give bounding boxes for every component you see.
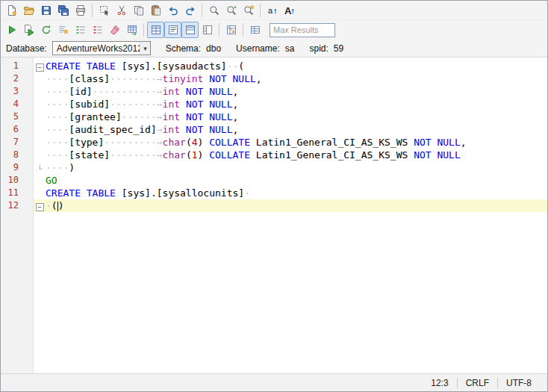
line-number[interactable]: 7 — [1, 136, 33, 149]
code-line[interactable]: ····[id]···········→int NOT NULL, — [34, 85, 547, 98]
cut-icon — [116, 4, 128, 16]
font-size-decrease-button[interactable]: a — [264, 2, 281, 19]
execute-icon — [6, 24, 18, 36]
undo-button[interactable] — [164, 2, 181, 19]
copy-button[interactable] — [130, 2, 147, 19]
code-line[interactable]: GO — [34, 174, 547, 187]
format-sql-button[interactable] — [55, 22, 72, 38]
find-next-icon — [225, 4, 237, 16]
line-number[interactable]: 6 — [1, 123, 33, 136]
fold-marker-icon[interactable]: └ — [34, 162, 46, 175]
code-line[interactable]: −·() — [34, 199, 547, 212]
copy-icon — [133, 4, 145, 16]
toolbar-separator — [202, 4, 202, 17]
table-icon — [249, 24, 261, 36]
execute-script-icon — [23, 24, 35, 36]
split-view-icon — [184, 24, 196, 36]
encoding-indicator[interactable]: UTF-8 — [498, 378, 540, 388]
toolbar-separator — [243, 23, 243, 37]
transpose-button[interactable] — [222, 22, 240, 38]
main-toolbar: a A — [1, 1, 547, 20]
export-table-icon — [126, 24, 138, 36]
fold-marker-icon[interactable]: − — [34, 200, 46, 213]
app-window: a A — [0, 0, 548, 392]
code-line[interactable]: −CREATE TABLE [sys].[sysaudacts]··( — [34, 60, 547, 72]
line-number[interactable]: 10 — [1, 174, 33, 187]
save-button[interactable] — [37, 2, 55, 19]
connection-bar: Database: AdventureWorks2012 ▾ Schema: d… — [1, 40, 547, 57]
replace-button[interactable] — [240, 2, 257, 19]
database-selected-value: AdventureWorks2012 — [57, 43, 140, 54]
chevron-down-icon: ▾ — [140, 42, 150, 55]
save-all-button[interactable] — [55, 2, 72, 19]
toolbar-separator — [219, 23, 219, 37]
toolbar-separator — [260, 4, 261, 17]
print-button[interactable] — [72, 2, 89, 19]
line-number[interactable]: 2 — [1, 72, 33, 85]
toolbar-separator — [92, 4, 93, 17]
line-number[interactable]: 1 — [1, 60, 33, 72]
clear-editor-button[interactable] — [106, 22, 123, 38]
execute-toolbar — [1, 20, 547, 40]
max-results-input[interactable] — [270, 23, 335, 37]
line-number[interactable]: 9 — [1, 161, 33, 174]
open-file-button[interactable] — [20, 2, 37, 19]
refresh-button[interactable] — [37, 22, 55, 38]
new-file-button[interactable] — [3, 2, 20, 19]
code-line[interactable]: ····[audit_spec_id]→int NOT NULL, — [34, 123, 547, 136]
line-number[interactable]: 4 — [1, 98, 33, 111]
line-ending-indicator[interactable]: CRLF — [458, 378, 497, 388]
code-area[interactable]: −CREATE TABLE [sys].[sysaudacts]··(····[… — [34, 57, 547, 373]
cut-button[interactable] — [113, 2, 130, 19]
code-line[interactable]: ····[type]·········→char(4) COLLATE Lati… — [34, 136, 547, 149]
code-line[interactable]: ····[grantee]······→int NOT NULL, — [34, 111, 547, 123]
results-grid-toggle[interactable] — [147, 22, 164, 38]
results-split-toggle[interactable] — [181, 22, 199, 38]
code-line[interactable]: ····[state]········→char(1) COLLATE Lati… — [34, 149, 547, 161]
spid-label: spid: — [309, 43, 328, 54]
results-form-toggle[interactable] — [199, 22, 216, 38]
find-button[interactable] — [205, 2, 222, 19]
cursor-position[interactable]: 12:3 — [423, 378, 456, 388]
code-line[interactable]: ····[subid]········→int NOT NULL, — [34, 98, 547, 111]
code-line[interactable]: CREATE TABLE [sys].[sysallocunits]· — [34, 187, 547, 199]
export-results-button[interactable] — [123, 22, 140, 38]
row-limit-button[interactable] — [246, 22, 264, 38]
svg-text:a: a — [268, 6, 273, 15]
status-bar: 12:3 CRLF UTF-8 — [1, 373, 547, 391]
redo-button[interactable] — [181, 2, 199, 19]
save-icon — [40, 4, 52, 16]
results-text-icon — [167, 24, 179, 36]
code-line[interactable]: ····[class]········→tinyint NOT NULL, — [34, 72, 547, 85]
code-line[interactable]: └····) — [34, 161, 547, 174]
schema-label: Schema: — [166, 43, 201, 54]
find-icon — [208, 4, 220, 16]
username-value: sa — [285, 43, 295, 54]
code-editor[interactable]: 123456789101112 −CREATE TABLE [sys].[sys… — [1, 57, 547, 373]
select-button[interactable] — [96, 2, 113, 19]
execute-button[interactable] — [3, 22, 20, 38]
line-number[interactable]: 5 — [1, 111, 33, 123]
font-size-increase-button[interactable]: A — [281, 2, 298, 19]
line-number[interactable]: 8 — [1, 149, 33, 161]
gutter[interactable]: 123456789101112 — [1, 57, 34, 373]
comment-button[interactable] — [72, 22, 89, 38]
new-file-icon — [6, 4, 18, 16]
print-icon — [75, 4, 87, 16]
font-size-decrease-icon: a — [267, 4, 278, 16]
execute-script-button[interactable] — [20, 22, 37, 38]
fold-marker-icon[interactable]: − — [34, 60, 46, 73]
replace-icon — [243, 4, 255, 16]
redo-icon — [184, 4, 196, 16]
paste-button[interactable] — [147, 2, 164, 19]
find-next-button[interactable] — [222, 2, 240, 19]
line-number[interactable]: 12 — [1, 199, 33, 212]
uncomment-button[interactable] — [89, 22, 106, 38]
line-number[interactable]: 3 — [1, 85, 33, 98]
refresh-icon — [40, 24, 52, 36]
line-number[interactable]: 11 — [1, 187, 33, 199]
database-select[interactable]: AdventureWorks2012 ▾ — [52, 41, 151, 55]
save-all-icon — [57, 4, 69, 16]
transpose-icon — [225, 24, 237, 36]
results-text-toggle[interactable] — [164, 22, 181, 38]
